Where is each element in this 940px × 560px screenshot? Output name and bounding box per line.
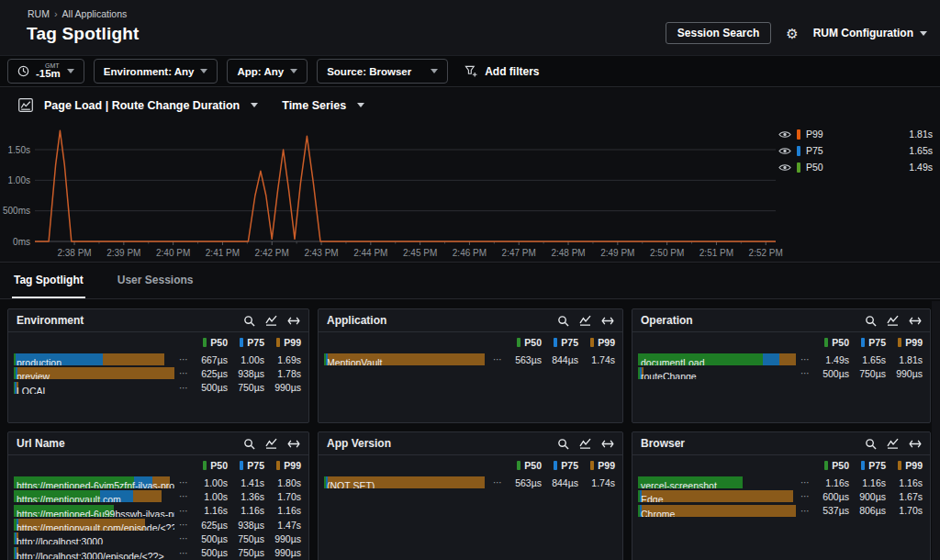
tag-row: (NOT SET)⋯563µs844µs1.74s bbox=[324, 476, 615, 489]
bar-segment-brown bbox=[642, 490, 792, 502]
expand-icon[interactable] bbox=[287, 440, 300, 448]
tag-value-link[interactable]: http://localhost:3000 bbox=[14, 536, 103, 544]
series-name[interactable]: P99 bbox=[806, 129, 823, 140]
tab-user-sessions[interactable]: User Sessions bbox=[116, 274, 196, 298]
row-actions-menu[interactable]: ⋯ bbox=[176, 548, 191, 558]
filter-bar: GMT -15m Environment: Any App: Any Sourc… bbox=[0, 56, 940, 87]
search-icon[interactable] bbox=[557, 438, 569, 450]
chart-legend: P991.81sP751.65sP501.49s bbox=[778, 126, 933, 175]
eye-icon[interactable] bbox=[778, 163, 791, 172]
duration-chart-section: Page Load | Route Change Duration Time S… bbox=[0, 88, 940, 263]
row-actions-menu[interactable]: ⋯ bbox=[176, 368, 191, 378]
tag-value-link[interactable]: https://mentionvault.com/episode/<??> bbox=[14, 522, 174, 531]
row-actions-menu[interactable]: ⋯ bbox=[798, 368, 812, 378]
value-p50: 600µs bbox=[812, 491, 849, 502]
tag-value-link[interactable]: MentionVault bbox=[324, 357, 383, 365]
card-rows: vercel-screenshot⋯1.16s1.16s1.16sEdge⋯60… bbox=[632, 475, 930, 518]
search-icon[interactable] bbox=[557, 315, 569, 327]
source-filter[interactable]: Source: Browser bbox=[317, 59, 448, 84]
add-filters-button[interactable]: Add filters bbox=[464, 65, 539, 78]
svg-text:2:46 PM: 2:46 PM bbox=[453, 248, 487, 258]
tag-value-link[interactable]: https://mentionvault.com bbox=[14, 494, 121, 502]
row-actions-menu[interactable]: ⋯ bbox=[176, 506, 191, 516]
column-header-p99: P99 bbox=[886, 337, 923, 348]
tag-value-link[interactable]: https://mentioned-6vim5zfnf-ilyas-projec… bbox=[14, 480, 174, 488]
tag-value-link[interactable]: documentLoad bbox=[638, 357, 704, 365]
app-filter[interactable]: App: Any bbox=[227, 59, 308, 84]
value-p50: 1.16s bbox=[812, 477, 849, 488]
tag-value-link[interactable]: Chrome bbox=[638, 509, 675, 517]
breadcrumb-root[interactable]: RUM bbox=[28, 8, 50, 19]
search-icon[interactable] bbox=[865, 438, 877, 450]
vertical-scrollbar-track[interactable] bbox=[932, 301, 940, 560]
distribution-bar: MentionVault bbox=[324, 353, 488, 365]
environment-filter[interactable]: Environment: Any bbox=[94, 59, 218, 84]
line-chart-icon[interactable] bbox=[265, 438, 277, 449]
svg-text:2:40 PM: 2:40 PM bbox=[156, 248, 190, 258]
search-icon[interactable] bbox=[865, 315, 877, 327]
series-name[interactable]: P50 bbox=[806, 162, 823, 173]
line-chart-icon[interactable] bbox=[579, 438, 591, 449]
card-url-name: Url Name⋯P50P75P99https://mentioned-6vim… bbox=[7, 431, 309, 560]
row-actions-menu[interactable]: ⋯ bbox=[490, 354, 505, 364]
value-p75: 900µs bbox=[849, 491, 886, 502]
tag-value-link[interactable]: vercel-screenshot bbox=[638, 480, 717, 488]
tag-value-link[interactable]: LOCAL bbox=[14, 386, 48, 394]
line-chart-icon[interactable] bbox=[579, 315, 591, 326]
tag-value-link[interactable]: (NOT SET) bbox=[324, 480, 375, 488]
expand-icon[interactable] bbox=[909, 440, 922, 448]
percentile-color-swatch bbox=[517, 461, 520, 470]
card-title: Environment bbox=[17, 314, 84, 327]
tag-value-link[interactable]: preview bbox=[14, 371, 50, 379]
row-actions-menu[interactable]: ⋯ bbox=[798, 477, 812, 487]
distribution-bar: https://mentioned-6vim5zfnf-ilyas-projec… bbox=[14, 476, 174, 488]
line-chart-icon[interactable] bbox=[887, 438, 899, 449]
value-p50: 1.00s bbox=[191, 491, 228, 502]
percentile-color-swatch bbox=[276, 461, 280, 470]
card-operation: Operation⋯P50P75P99documentLoad⋯1.49s1.6… bbox=[632, 308, 931, 423]
distribution-bar: vercel-screenshot bbox=[638, 476, 796, 488]
row-actions-menu[interactable]: ⋯ bbox=[176, 533, 191, 543]
value-p75: 844µs bbox=[542, 354, 578, 365]
row-actions-menu[interactable]: ⋯ bbox=[490, 477, 505, 487]
distribution-bar: http://localhost:3000/episode/<??> bbox=[14, 547, 174, 559]
rum-configuration-menu[interactable]: RUM Configuration bbox=[813, 27, 927, 39]
gear-icon[interactable]: ⚙ bbox=[786, 27, 798, 40]
column-header-p75: P75 bbox=[849, 460, 886, 471]
row-actions-menu[interactable]: ⋯ bbox=[176, 477, 191, 487]
row-actions-menu[interactable]: ⋯ bbox=[176, 520, 191, 530]
row-actions-menu[interactable]: ⋯ bbox=[176, 383, 191, 393]
percentile-color-swatch bbox=[276, 338, 280, 347]
search-icon[interactable] bbox=[243, 438, 255, 450]
svg-text:1.00s: 1.00s bbox=[8, 175, 30, 185]
expand-icon[interactable] bbox=[287, 317, 300, 325]
row-actions-menu[interactable]: ⋯ bbox=[798, 506, 812, 516]
eye-icon[interactable] bbox=[778, 130, 791, 139]
breadcrumb-current[interactable]: All Applications bbox=[62, 8, 128, 19]
tab-tag-spotlight[interactable]: Tag Spotlight bbox=[12, 274, 85, 298]
search-icon[interactable] bbox=[243, 315, 255, 327]
card-application: Application⋯P50P75P99MentionVault⋯563µs8… bbox=[318, 308, 623, 423]
tag-value-link[interactable]: routeChange bbox=[638, 371, 697, 379]
series-name[interactable]: P75 bbox=[806, 145, 823, 156]
expand-icon[interactable] bbox=[601, 317, 614, 325]
row-actions-menu[interactable]: ⋯ bbox=[798, 491, 812, 501]
time-range-picker[interactable]: GMT -15m bbox=[7, 59, 84, 84]
session-search-button[interactable]: Session Search bbox=[666, 22, 771, 44]
bar-segment-blue bbox=[763, 353, 779, 365]
row-actions-menu[interactable]: ⋯ bbox=[176, 491, 191, 501]
tag-row: production⋯667µs1.00s1.69s bbox=[14, 353, 301, 366]
tag-value-link[interactable]: Edge bbox=[638, 494, 664, 502]
tag-value-link[interactable]: production bbox=[14, 357, 62, 365]
line-chart-icon[interactable] bbox=[265, 315, 277, 326]
card-actions bbox=[557, 438, 614, 450]
expand-icon[interactable] bbox=[601, 440, 614, 448]
tag-value-link[interactable]: http://localhost:3000/episode/<??> bbox=[14, 551, 164, 559]
expand-icon[interactable] bbox=[909, 317, 922, 325]
row-actions-menu[interactable]: ⋯ bbox=[798, 354, 812, 364]
value-p99: 1.16s bbox=[264, 505, 301, 516]
row-actions-menu[interactable]: ⋯ bbox=[176, 354, 191, 364]
line-chart-icon[interactable] bbox=[887, 315, 899, 326]
tag-value-link[interactable]: https://mentioned-6u99bsswh-ilyas-projec… bbox=[14, 509, 174, 517]
eye-icon[interactable] bbox=[778, 147, 791, 155]
